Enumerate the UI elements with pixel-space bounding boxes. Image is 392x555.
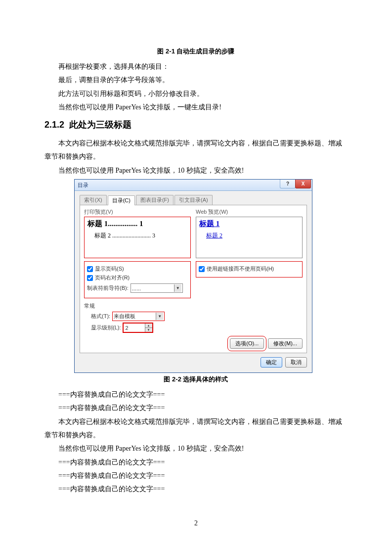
levels-spinner[interactable]: 2 ▲▼: [123, 323, 153, 332]
figure-caption-1: 图 2-1 自动生成目录的步骤: [44, 47, 348, 56]
hyperlink-options: 使用超链接而不使用页码(H): [196, 261, 303, 278]
paragraph: 当然你也可以使用 PaperYes 论文排版，10 秒搞定，安全高效!: [44, 442, 348, 455]
paragraph: 本文内容已根据本校论文格式规范排版完毕，请撰写论文内容，根据自己需要更换标题、增…: [44, 415, 348, 442]
print-preview-label: 打印预览(V): [84, 208, 191, 216]
paragraph: ===内容替换成自己的论文文字===: [44, 469, 348, 482]
use-hyperlinks-checkbox[interactable]: [199, 266, 205, 272]
figure-caption-2: 图 2-2 选择具体的样式: [44, 375, 348, 384]
heading-level-3: 2.1.2此处为三级标题: [44, 119, 348, 131]
heading-number: 2.1.2: [44, 120, 64, 130]
general-label: 常规: [84, 302, 303, 310]
tab-figure-toc[interactable]: 图表目录(F): [136, 195, 174, 205]
paragraph: ===内容替换成自己的论文文字===: [44, 401, 348, 415]
paragraph: ===内容替换成自己的论文文字===: [44, 388, 348, 401]
page-number: 2: [0, 519, 392, 527]
tab-toc[interactable]: 目录(C): [108, 195, 135, 205]
use-hyperlinks-label: 使用超链接而不使用页码(H): [207, 265, 274, 273]
format-value: 来自模板: [114, 313, 135, 320]
spin-down-icon[interactable]: ▼: [145, 328, 152, 332]
web-preview-label: Web 预览(W): [196, 208, 303, 216]
toc-dialog: 目录 ? X 索引(X) 目录(C) 图表目录(F) 引文目录(A) 打印预览(…: [74, 179, 312, 373]
heading-text: 此处为三级标题: [69, 120, 131, 130]
dialog-titlebar[interactable]: 目录 ? X: [75, 180, 312, 191]
preview-heading-2: 标题 2: [94, 232, 111, 239]
right-align-label: 页码右对齐(R): [95, 274, 130, 281]
paragraph: ===内容替换成自己的论文文字===: [44, 482, 348, 496]
preview-heading-1: 标题 1: [87, 220, 108, 228]
show-page-numbers-checkbox[interactable]: [87, 266, 93, 272]
format-select[interactable]: 来自模板▼: [112, 312, 165, 321]
dialog-title: 目录: [78, 182, 88, 189]
show-page-numbers-label: 显示页码(S): [95, 265, 124, 273]
cancel-button[interactable]: 取消: [285, 357, 307, 368]
help-button[interactable]: ?: [280, 180, 296, 188]
paragraph: ===内容替换成自己的论文文字===: [44, 456, 348, 469]
web-link-1[interactable]: 标题 1: [199, 220, 219, 228]
print-preview-box: 标题 1................ 1 标题 2 ............…: [84, 217, 191, 258]
paragraph: 当然你也可以使用 PaperYes 论文排版，一键生成目录!: [44, 100, 348, 114]
ok-button[interactable]: 确定: [261, 357, 282, 368]
paragraph: 本文内容已根据本校论文格式规范排版完毕，请撰写论文内容，根据自己需要更换标题、增…: [44, 137, 348, 164]
tab-leader-value: ......: [132, 285, 141, 291]
levels-value: 2: [124, 325, 145, 331]
modify-button[interactable]: 修改(M)...: [268, 338, 303, 349]
tab-index[interactable]: 索引(X): [80, 195, 107, 205]
preview-dots-2: ..........................: [112, 232, 151, 239]
options-button[interactable]: 选项(O)...: [230, 338, 264, 349]
tab-leader-label: 制表符前导符(B):: [87, 284, 129, 292]
right-align-checkbox[interactable]: [87, 275, 93, 281]
preview-page-2: 3: [152, 232, 155, 239]
tab-panel-toc: 打印预览(V) 标题 1................ 1 标题 2 ....…: [80, 205, 307, 353]
close-button[interactable]: X: [295, 180, 311, 188]
paragraph: 当然你也可以使用 PaperYes 论文排版，10 秒搞定，安全高效!: [44, 164, 348, 177]
page-number-options: 显示页码(S) 页码右对齐(R) 制表符前导符(B): ......▼: [84, 261, 191, 298]
spin-up-icon[interactable]: ▲: [145, 324, 152, 328]
paragraph: 此方法可以引用标题和页码，小部分修改目录。: [44, 87, 348, 100]
dropdown-icon: ▼: [174, 284, 181, 292]
format-label: 格式(T):: [91, 313, 110, 320]
paragraph: 再根据学校要求，选择具体的项目：: [44, 60, 348, 73]
levels-label: 显示级别(L):: [91, 324, 121, 331]
dropdown-icon: ▼: [156, 313, 163, 320]
preview-dots: ................: [108, 220, 137, 228]
preview-page-1: 1: [139, 220, 143, 228]
web-preview-box: 标题 1 标题 2: [196, 217, 303, 258]
paragraph: 最后，调整目录的字体字号段落等。: [44, 73, 348, 87]
web-link-2[interactable]: 标题 2: [206, 232, 222, 239]
dialog-tabs: 索引(X) 目录(C) 图表目录(F) 引文目录(A): [80, 195, 307, 205]
tab-leader-select[interactable]: ......▼: [131, 283, 183, 293]
tab-citation-toc[interactable]: 引文目录(A): [174, 195, 213, 205]
